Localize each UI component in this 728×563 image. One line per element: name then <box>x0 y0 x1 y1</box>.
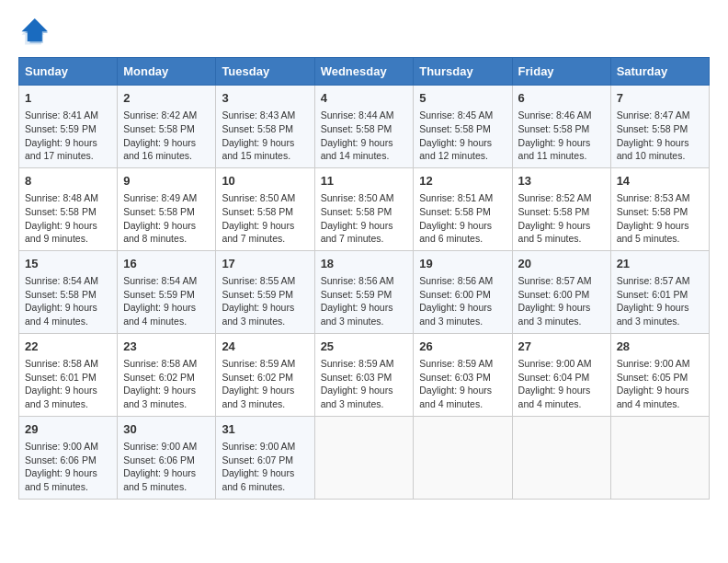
calendar-day-25: 25Sunrise: 8:59 AMSunset: 6:03 PMDayligh… <box>314 333 414 416</box>
day-number: 12 <box>419 173 506 190</box>
page-header <box>18 18 710 48</box>
calendar-day-20: 20Sunrise: 8:57 AMSunset: 6:00 PMDayligh… <box>512 250 610 333</box>
day-number: 19 <box>419 256 506 272</box>
day-number: 6 <box>518 90 605 107</box>
day-number: 3 <box>222 90 308 107</box>
day-number: 14 <box>617 173 703 190</box>
day-info: Sunrise: 8:48 AMSunset: 5:58 PMDaylight:… <box>25 191 111 246</box>
day-info: Sunrise: 8:53 AMSunset: 5:58 PMDaylight:… <box>617 191 703 246</box>
empty-cell <box>610 416 709 499</box>
day-number: 20 <box>518 256 605 272</box>
calendar-day-8: 8Sunrise: 8:48 AMSunset: 5:58 PMDaylight… <box>19 167 118 250</box>
day-info: Sunrise: 9:00 AMSunset: 6:06 PMDaylight:… <box>25 440 111 494</box>
day-info: Sunrise: 8:41 AMSunset: 5:59 PMDaylight:… <box>25 109 111 163</box>
day-info: Sunrise: 8:57 AMSunset: 6:00 PMDaylight:… <box>518 274 605 328</box>
day-number: 26 <box>419 339 506 355</box>
empty-cell <box>414 416 512 499</box>
calendar-day-4: 4Sunrise: 8:44 AMSunset: 5:58 PMDaylight… <box>314 86 414 168</box>
column-header-tuesday: Tuesday <box>216 58 314 86</box>
calendar-day-3: 3Sunrise: 8:43 AMSunset: 5:58 PMDaylight… <box>216 86 314 168</box>
calendar-week-2: 8Sunrise: 8:48 AMSunset: 5:58 PMDaylight… <box>19 167 710 250</box>
calendar-day-13: 13Sunrise: 8:52 AMSunset: 5:58 PMDayligh… <box>512 167 610 250</box>
calendar-day-23: 23Sunrise: 8:58 AMSunset: 6:02 PMDayligh… <box>118 333 216 416</box>
calendar-day-18: 18Sunrise: 8:56 AMSunset: 5:59 PMDayligh… <box>314 250 414 333</box>
day-number: 21 <box>617 256 703 272</box>
day-info: Sunrise: 8:55 AMSunset: 5:59 PMDaylight:… <box>222 274 308 328</box>
calendar-week-5: 29Sunrise: 9:00 AMSunset: 6:06 PMDayligh… <box>19 416 710 499</box>
calendar-day-11: 11Sunrise: 8:50 AMSunset: 5:58 PMDayligh… <box>314 167 414 250</box>
day-info: Sunrise: 8:50 AMSunset: 5:58 PMDaylight:… <box>222 191 308 246</box>
calendar-day-30: 30Sunrise: 9:00 AMSunset: 6:06 PMDayligh… <box>118 416 216 499</box>
calendar-day-5: 5Sunrise: 8:45 AMSunset: 5:58 PMDaylight… <box>414 86 512 168</box>
calendar-day-26: 26Sunrise: 8:59 AMSunset: 6:03 PMDayligh… <box>414 333 512 416</box>
day-number: 1 <box>25 90 111 107</box>
day-info: Sunrise: 8:51 AMSunset: 5:58 PMDaylight:… <box>419 191 506 246</box>
calendar-week-4: 22Sunrise: 8:58 AMSunset: 6:01 PMDayligh… <box>19 333 710 416</box>
calendar-day-9: 9Sunrise: 8:49 AMSunset: 5:58 PMDaylight… <box>118 167 216 250</box>
day-number: 23 <box>123 339 210 355</box>
calendar-week-1: 1Sunrise: 8:41 AMSunset: 5:59 PMDaylight… <box>19 86 710 168</box>
day-info: Sunrise: 8:54 AMSunset: 5:58 PMDaylight:… <box>25 274 111 328</box>
day-number: 25 <box>321 339 408 355</box>
calendar-day-19: 19Sunrise: 8:56 AMSunset: 6:00 PMDayligh… <box>414 250 512 333</box>
day-number: 10 <box>222 173 308 190</box>
calendar-day-2: 2Sunrise: 8:42 AMSunset: 5:58 PMDaylight… <box>118 86 216 168</box>
day-info: Sunrise: 8:57 AMSunset: 6:01 PMDaylight:… <box>617 274 703 328</box>
day-info: Sunrise: 8:47 AMSunset: 5:58 PMDaylight:… <box>617 109 703 163</box>
day-info: Sunrise: 9:00 AMSunset: 6:07 PMDaylight:… <box>222 440 308 494</box>
day-number: 17 <box>222 256 308 272</box>
day-info: Sunrise: 8:44 AMSunset: 5:58 PMDaylight:… <box>321 109 408 163</box>
day-number: 27 <box>518 339 605 355</box>
column-header-friday: Friday <box>512 58 610 86</box>
day-info: Sunrise: 8:58 AMSunset: 6:01 PMDaylight:… <box>25 357 111 411</box>
day-number: 15 <box>25 256 111 272</box>
day-info: Sunrise: 8:59 AMSunset: 6:02 PMDaylight:… <box>222 357 308 411</box>
day-info: Sunrise: 9:00 AMSunset: 6:05 PMDaylight:… <box>617 357 703 411</box>
column-header-saturday: Saturday <box>610 58 709 86</box>
calendar-day-6: 6Sunrise: 8:46 AMSunset: 5:58 PMDaylight… <box>512 86 610 168</box>
day-number: 2 <box>123 90 210 107</box>
day-info: Sunrise: 8:59 AMSunset: 6:03 PMDaylight:… <box>419 357 506 411</box>
day-number: 11 <box>321 173 408 190</box>
day-number: 24 <box>222 339 308 355</box>
calendar-day-1: 1Sunrise: 8:41 AMSunset: 5:59 PMDaylight… <box>19 86 118 168</box>
day-number: 16 <box>123 256 210 272</box>
day-number: 4 <box>321 90 408 107</box>
column-header-sunday: Sunday <box>19 58 118 86</box>
day-number: 13 <box>518 173 605 190</box>
calendar-day-29: 29Sunrise: 9:00 AMSunset: 6:06 PMDayligh… <box>19 416 118 499</box>
day-number: 30 <box>123 421 210 438</box>
column-header-wednesday: Wednesday <box>314 58 414 86</box>
calendar-table: SundayMondayTuesdayWednesdayThursdayFrid… <box>18 57 710 500</box>
calendar-day-12: 12Sunrise: 8:51 AMSunset: 5:58 PMDayligh… <box>414 167 512 250</box>
calendar-day-24: 24Sunrise: 8:59 AMSunset: 6:02 PMDayligh… <box>216 333 314 416</box>
day-info: Sunrise: 8:56 AMSunset: 6:00 PMDaylight:… <box>419 274 506 328</box>
day-info: Sunrise: 8:56 AMSunset: 5:59 PMDaylight:… <box>321 274 408 328</box>
day-number: 9 <box>123 173 210 190</box>
column-header-thursday: Thursday <box>414 58 512 86</box>
calendar-day-10: 10Sunrise: 8:50 AMSunset: 5:58 PMDayligh… <box>216 167 314 250</box>
logo <box>18 18 53 48</box>
calendar-day-27: 27Sunrise: 9:00 AMSunset: 6:04 PMDayligh… <box>512 333 610 416</box>
calendar-day-17: 17Sunrise: 8:55 AMSunset: 5:59 PMDayligh… <box>216 250 314 333</box>
day-info: Sunrise: 8:54 AMSunset: 5:59 PMDaylight:… <box>123 274 210 328</box>
day-info: Sunrise: 8:43 AMSunset: 5:58 PMDaylight:… <box>222 109 308 163</box>
day-info: Sunrise: 8:46 AMSunset: 5:58 PMDaylight:… <box>518 109 605 163</box>
day-info: Sunrise: 8:42 AMSunset: 5:58 PMDaylight:… <box>123 109 210 163</box>
empty-cell <box>512 416 610 499</box>
day-number: 22 <box>25 339 111 355</box>
calendar-day-28: 28Sunrise: 9:00 AMSunset: 6:05 PMDayligh… <box>610 333 709 416</box>
day-info: Sunrise: 8:49 AMSunset: 5:58 PMDaylight:… <box>123 191 210 246</box>
column-header-monday: Monday <box>118 58 216 86</box>
calendar-week-3: 15Sunrise: 8:54 AMSunset: 5:58 PMDayligh… <box>19 250 710 333</box>
day-number: 8 <box>25 173 111 190</box>
day-info: Sunrise: 9:00 AMSunset: 6:06 PMDaylight:… <box>123 440 210 494</box>
day-info: Sunrise: 8:59 AMSunset: 6:03 PMDaylight:… <box>321 357 408 411</box>
calendar-day-21: 21Sunrise: 8:57 AMSunset: 6:01 PMDayligh… <box>610 250 709 333</box>
day-number: 7 <box>617 90 703 107</box>
day-info: Sunrise: 8:58 AMSunset: 6:02 PMDaylight:… <box>123 357 210 411</box>
logo-icon <box>18 18 48 48</box>
calendar-day-7: 7Sunrise: 8:47 AMSunset: 5:58 PMDaylight… <box>610 86 709 168</box>
day-number: 5 <box>419 90 506 107</box>
calendar-day-31: 31Sunrise: 9:00 AMSunset: 6:07 PMDayligh… <box>216 416 314 499</box>
